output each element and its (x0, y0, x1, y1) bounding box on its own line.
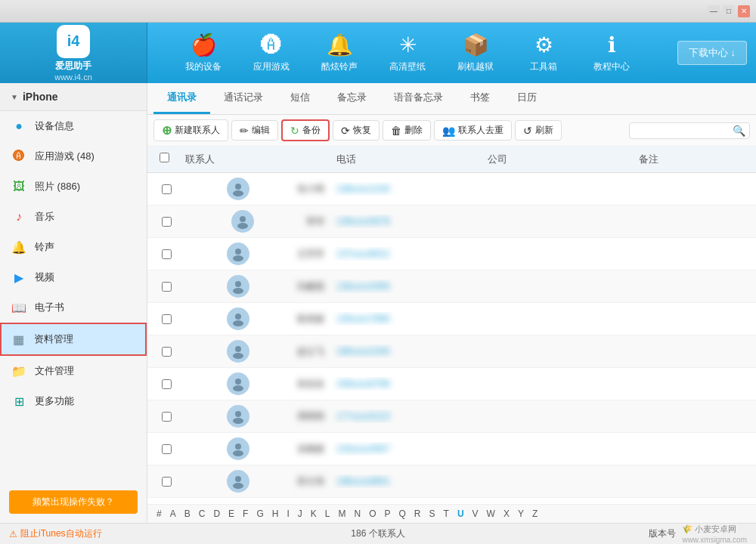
row-checkbox-3[interactable] (153, 280, 179, 293)
alpha-char-R[interactable]: R (411, 508, 424, 520)
sidebar-item-video[interactable]: ▶视频 (0, 262, 147, 292)
alpha-char-Q[interactable]: Q (396, 508, 409, 520)
table-row[interactable]: 张小明 138xxxx1234 (147, 173, 756, 206)
tab-call-log[interactable]: 通话记录 (210, 83, 277, 114)
restore-label: 恢复 (353, 124, 371, 137)
contacts-lost-button[interactable]: 👥 联系人去重 (434, 120, 512, 141)
delete-button[interactable]: 🗑 删除 (383, 120, 431, 141)
download-center-button[interactable]: 下载中心 ↓ (677, 41, 747, 65)
nav-item-app-game[interactable]: 🅐应用游戏 (237, 23, 305, 83)
alpha-char-T[interactable]: T (441, 508, 452, 520)
backup-icon: ↻ (290, 125, 299, 137)
contact-name-5: 赵云飞 (179, 338, 330, 364)
alpha-char-V[interactable]: V (469, 508, 482, 520)
sidebar-item-device-info[interactable]: ●设备信息 (0, 111, 147, 141)
sidebar-item-ebooks[interactable]: 📖电子书 (0, 292, 147, 323)
close-button[interactable]: ✕ (738, 5, 750, 17)
backup-button[interactable]: ↻ 备份 (281, 119, 330, 141)
tab-bookmarks[interactable]: 书签 (457, 83, 503, 114)
toolbox-icon: ⚙ (534, 32, 553, 57)
alpha-char-#[interactable]: # (153, 508, 165, 520)
alpha-char-H[interactable]: H (269, 508, 282, 520)
alpha-char-J[interactable]: J (295, 508, 305, 520)
table-row[interactable]: 陈美丽 135xxxx7890 (147, 303, 756, 335)
alpha-char-K[interactable]: K (308, 508, 320, 520)
maximize-button[interactable]: □ (723, 5, 735, 17)
table-row[interactable]: 王芳芳 137xxxx9012 (147, 238, 756, 270)
nav-item-toolbox[interactable]: ⚙工具箱 (510, 23, 578, 83)
sidebar-item-ringtones[interactable]: 🔔铃声 (0, 232, 147, 262)
tab-calendar[interactable]: 日历 (503, 83, 550, 114)
itunes-warning[interactable]: ⚠ 阻止iTunes自动运行 (9, 527, 102, 540)
contact-note-9 (633, 480, 750, 483)
row-checkbox-0[interactable] (153, 183, 179, 196)
table-row[interactable]: 吴晓丽 133xxxx4567 (147, 433, 756, 465)
tab-voice-notes[interactable]: 语音备忘录 (380, 83, 457, 114)
edit-button[interactable]: ✏ 编辑 (231, 120, 278, 141)
app-games-label: 应用游戏 (48) (35, 150, 94, 163)
sidebar-item-data-mgmt[interactable]: ▦资料管理 (0, 323, 147, 356)
alpha-char-U[interactable]: U (454, 508, 467, 520)
alpha-char-Y[interactable]: Y (515, 508, 527, 520)
table-row[interactable]: 李华 139xxxx5678 (147, 206, 756, 238)
trouble-button[interactable]: 频繁出现操作失败？ (9, 490, 138, 514)
alpha-char-C[interactable]: C (196, 508, 209, 520)
alpha-char-B[interactable]: B (181, 508, 194, 520)
contact-phone-4: 135xxxx7890 (330, 312, 482, 326)
status-left: ⚠ 阻止iTunes自动运行 (9, 527, 102, 540)
alpha-char-M[interactable]: M (335, 508, 349, 520)
alpha-char-O[interactable]: O (366, 508, 379, 520)
sidebar-item-more[interactable]: ⊞更多功能 (0, 386, 147, 416)
row-checkbox-8[interactable] (153, 443, 179, 456)
alpha-char-P[interactable]: P (382, 508, 394, 520)
alpha-char-W[interactable]: W (484, 508, 498, 520)
row-checkbox-1[interactable] (153, 215, 179, 228)
alpha-char-S[interactable]: S (426, 508, 438, 520)
alpha-char-I[interactable]: I (284, 508, 292, 520)
alpha-char-A[interactable]: A (167, 508, 179, 520)
search-input[interactable] (634, 125, 733, 136)
nav-item-jailbreak[interactable]: 📦刷机越狱 (442, 23, 510, 83)
table-row[interactable]: 周明明 177xxxx0123 (147, 400, 756, 433)
alpha-char-X[interactable]: X (500, 508, 513, 520)
table-row[interactable]: 赵云飞 186xxxx2345 (147, 335, 756, 368)
col-header-4: 备注 (633, 151, 750, 168)
minimize-button[interactable]: — (708, 5, 720, 17)
row-checkbox-7[interactable] (153, 410, 179, 423)
tab-sms[interactable]: 短信 (277, 83, 324, 114)
alpha-char-L[interactable]: L (322, 508, 333, 520)
alpha-char-G[interactable]: G (253, 508, 266, 520)
table-row[interactable]: 孙佳佳 158xxxx6789 (147, 368, 756, 400)
nav-item-wallpaper[interactable]: ✳高清壁纸 (373, 23, 442, 83)
table-row[interactable]: 刘建国 136xxxx3456 (147, 270, 756, 303)
row-checkbox-5[interactable] (153, 345, 179, 358)
col-header-3: 公司 (482, 151, 633, 168)
tab-contacts[interactable]: 通讯录 (153, 83, 210, 114)
contact-phone-1: 139xxxx5678 (330, 215, 482, 228)
restore-button[interactable]: ⟳ 恢复 (333, 120, 380, 141)
sidebar-item-photos[interactable]: 🖼照片 (886) (0, 172, 147, 202)
alpha-char-N[interactable]: N (351, 508, 364, 520)
nav-item-ringtone[interactable]: 🔔酷炫铃声 (305, 23, 373, 83)
alpha-char-D[interactable]: D (210, 508, 223, 520)
tab-notes[interactable]: 备忘录 (324, 83, 380, 114)
row-checkbox-9[interactable] (153, 475, 179, 488)
alpha-char-Z[interactable]: Z (529, 508, 541, 520)
photos-label: 照片 (886) (35, 180, 80, 193)
table-row[interactable]: 郑大伟 188xxxx8901 (147, 465, 756, 498)
new-contact-button[interactable]: ⊕ 新建联系人 (153, 119, 228, 141)
nav-item-my-device[interactable]: 🍎我的设备 (169, 23, 237, 83)
row-checkbox-4[interactable] (153, 313, 179, 326)
refresh-button[interactable]: ↺ 刷新 (515, 120, 562, 141)
alpha-char-E[interactable]: E (225, 508, 237, 520)
contact-company-3 (482, 285, 633, 288)
nav-item-tutorial[interactable]: ℹ教程中心 (578, 23, 646, 83)
sidebar-item-music[interactable]: ♪音乐 (0, 202, 147, 232)
sidebar-item-app-games[interactable]: 🅐应用游戏 (48) (0, 141, 147, 172)
select-all-checkbox[interactable] (160, 153, 169, 162)
row-checkbox-2[interactable] (153, 248, 179, 261)
row-checkbox-6[interactable] (153, 378, 179, 391)
alpha-char-F[interactable]: F (240, 508, 251, 520)
plus-icon: ⊕ (162, 123, 172, 138)
sidebar-item-file-mgmt[interactable]: 📁文件管理 (0, 356, 147, 386)
